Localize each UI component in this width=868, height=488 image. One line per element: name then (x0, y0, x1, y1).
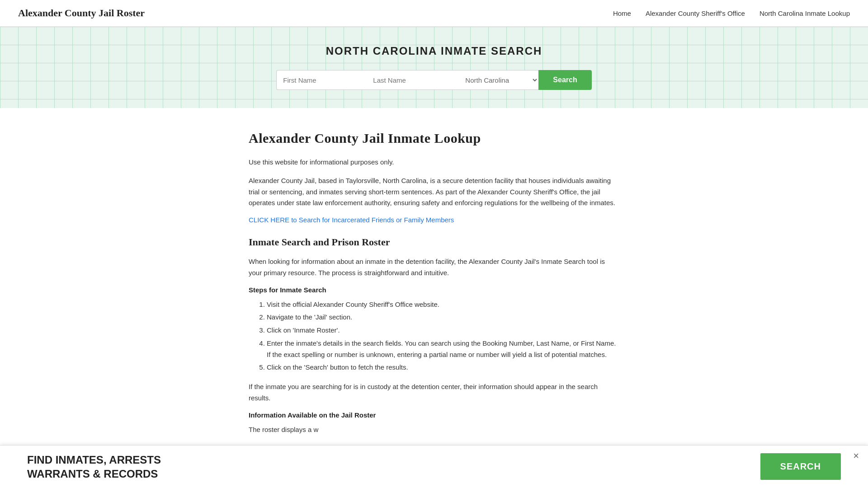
nav-sheriffs-office[interactable]: Alexander County Sheriff's Office (646, 9, 745, 17)
steps-list: Visit the official Alexander County Sher… (249, 299, 619, 374)
step-item: Enter the inmate's details in the search… (267, 338, 619, 361)
hero-section: NORTH CAROLINA INMATE SEARCH North Carol… (0, 27, 868, 108)
banner-line1: FIND INMATES, ARRESTS (27, 453, 161, 467)
roster-info-heading: Information Available on the Jail Roster (249, 411, 619, 419)
banner-text: FIND INMATES, ARRESTS WARRANTS & RECORDS (27, 453, 161, 481)
banner-close-button[interactable]: × (853, 451, 859, 461)
bottom-banner: FIND INMATES, ARRESTS WARRANTS & RECORDS… (0, 445, 868, 488)
first-name-input[interactable] (276, 70, 367, 90)
step-item: Visit the official Alexander County Sher… (267, 299, 619, 310)
step-item: Click on 'Inmate Roster'. (267, 325, 619, 336)
main-content: Alexander County Jail Inmate Lookup Use … (231, 131, 637, 488)
custody-note: If the inmate you are searching for is i… (249, 381, 619, 404)
banner-search-button[interactable]: SEARCH (760, 453, 841, 480)
close-icon: × (853, 450, 859, 461)
step-item: Click on the 'Search' button to fetch th… (267, 362, 619, 373)
search-button[interactable]: Search (538, 70, 591, 90)
section1-heading: Inmate Search and Prison Roster (249, 236, 619, 248)
nav-home[interactable]: Home (613, 9, 631, 17)
description-text: Alexander County Jail, based in Taylorsv… (249, 175, 619, 209)
disclaimer-text: Use this website for informational purpo… (249, 157, 619, 168)
header: Alexander County Jail Roster Home Alexan… (0, 0, 868, 27)
state-select[interactable]: North CarolinaAlabamaAlaskaArizonaArkans… (457, 70, 538, 90)
roster-info-intro: The roster displays a w (249, 424, 619, 436)
cta-link[interactable]: CLICK HERE to Search for Incarcerated Fr… (249, 216, 454, 224)
site-logo[interactable]: Alexander County Jail Roster (18, 7, 145, 19)
section1-intro: When looking for information about an in… (249, 256, 619, 279)
last-name-input[interactable] (367, 70, 457, 90)
banner-line2: WARRANTS & RECORDS (27, 467, 161, 481)
main-nav: Home Alexander County Sheriff's Office N… (613, 9, 850, 17)
step-item: Navigate to the 'Jail' section. (267, 312, 619, 323)
page-title: Alexander County Jail Inmate Lookup (249, 131, 619, 146)
steps-heading: Steps for Inmate Search (249, 286, 619, 294)
hero-title: NORTH CAROLINA INMATE SEARCH (9, 45, 859, 57)
search-bar: North CarolinaAlabamaAlaskaArizonaArkans… (253, 70, 615, 90)
nav-inmate-lookup[interactable]: North Carolina Inmate Lookup (760, 9, 850, 17)
